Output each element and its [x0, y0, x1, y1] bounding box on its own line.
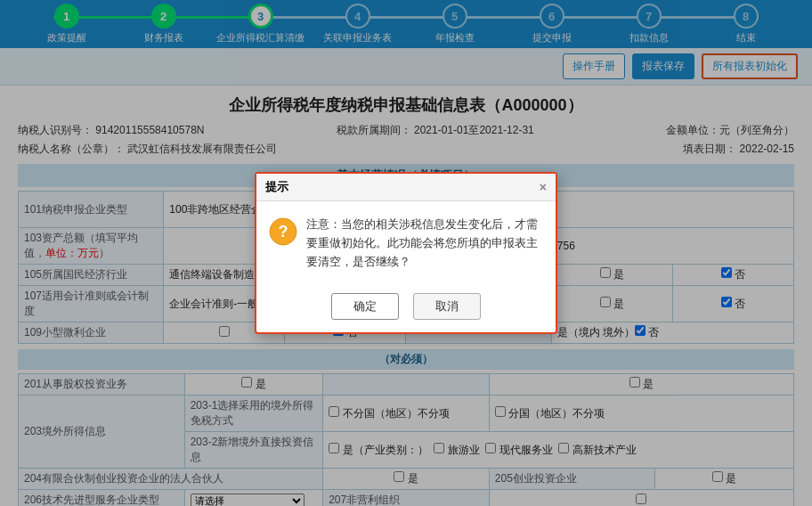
dialog-message: 注意：当您的相关涉税信息发生变化后，才需要重做初始化。此功能会将您所填的申报表主…: [306, 216, 543, 271]
dialog-title: 提示: [265, 179, 288, 195]
dialog-overlay: 提示 × ? 注意：当您的相关涉税信息发生变化后，才需要重做初始化。此功能会将您…: [0, 0, 812, 506]
dialog: 提示 × ? 注意：当您的相关涉税信息发生变化后，才需要重做初始化。此功能会将您…: [255, 172, 557, 333]
dialog-cancel-button[interactable]: 取消: [413, 293, 481, 320]
dialog-header: 提示 ×: [256, 174, 556, 201]
dialog-footer: 确定 取消: [256, 286, 556, 332]
svg-text:?: ?: [279, 223, 288, 241]
warning-icon: ?: [269, 217, 297, 252]
dialog-body: ? 注意：当您的相关涉税信息发生变化后，才需要重做初始化。此功能会将您所填的申报…: [256, 201, 556, 285]
dialog-close-button[interactable]: ×: [540, 180, 547, 194]
dialog-confirm-button[interactable]: 确定: [331, 293, 399, 320]
